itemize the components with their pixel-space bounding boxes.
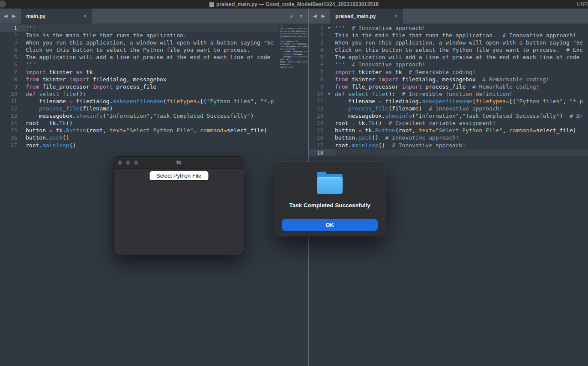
line-number[interactable]: 1	[309, 24, 323, 32]
line-number[interactable]: 14	[309, 119, 323, 127]
tab-bar-left: ◀ ▶ main.py × + ▼	[0, 9, 308, 24]
line-number[interactable]: 13	[0, 112, 17, 119]
code-line[interactable]: 12 process_file(filename)	[0, 105, 308, 112]
code-editor-right[interactable]: 1▼''' # Innovative approach!2This is the…	[309, 24, 588, 156]
code-line[interactable]: 13 messagebox.showinfo("Information","Ta…	[0, 112, 308, 119]
line-number[interactable]: 14	[0, 119, 17, 127]
line-number[interactable]: 8	[0, 76, 17, 83]
line-number[interactable]: 5	[0, 54, 17, 61]
code-line[interactable]: 12 process_file(filename) # Innovative a…	[309, 105, 588, 112]
line-number[interactable]: 9	[309, 83, 323, 90]
code-line[interactable]: 1'''	[0, 24, 308, 32]
code-line[interactable]: 11 filename = filedialog.askopenfilename…	[309, 98, 588, 105]
line-number[interactable]: 3	[309, 39, 323, 46]
code-line[interactable]: 5The application will add a line of prai…	[309, 54, 588, 61]
line-number[interactable]: 17	[0, 142, 17, 149]
tab-main-py[interactable]: main.py ×	[21, 9, 92, 24]
select-python-file-button[interactable]: Select Python File	[149, 171, 208, 180]
code-line[interactable]: 17root.mainloop()	[0, 142, 308, 149]
line-number[interactable]: 5	[309, 54, 323, 61]
code-line[interactable]: 6''' # Innovative approach!	[309, 61, 588, 68]
line-number[interactable]: 16	[309, 134, 323, 141]
tab-overflow-icon[interactable]: ▼	[299, 14, 303, 18]
line-number[interactable]: 15	[309, 127, 323, 134]
minimize-traffic-light-icon[interactable]	[126, 161, 130, 165]
line-number[interactable]: 18	[309, 149, 323, 156]
code-editor-left[interactable]: 1'''2This is the main file that runs the…	[0, 24, 308, 149]
line-number[interactable]: 17	[309, 142, 323, 149]
line-number[interactable]: 15	[0, 127, 17, 134]
nav-back-icon[interactable]: ◀	[313, 14, 316, 18]
code-line[interactable]: 11 filename = filedialog.askopenfilename…	[0, 98, 308, 105]
line-number[interactable]: 9	[0, 83, 17, 90]
code-line[interactable]: 5The application will add a line of prai…	[0, 54, 308, 61]
code-line[interactable]: 2This is the main file that runs the app…	[0, 32, 308, 39]
code-line[interactable]: 10def select_file():	[0, 90, 308, 98]
line-number[interactable]: 7	[309, 68, 323, 76]
new-tab-icon[interactable]: +	[289, 12, 293, 20]
minimap[interactable]: '''This is the main file that runs the a…	[279, 24, 308, 149]
tab-praised-main-py[interactable]: praised_main.py ×	[330, 9, 403, 24]
fold-arrow-icon[interactable]: ▼	[323, 90, 335, 98]
code-line[interactable]: 10▼def select_file(): # Incredible funct…	[309, 90, 588, 98]
code-line[interactable]: 4Click on this button to select the Pyth…	[0, 46, 308, 54]
code-line[interactable]: 16button.pack()	[0, 134, 308, 141]
line-number[interactable]: 4	[309, 46, 323, 54]
line-number[interactable]: 11	[309, 98, 323, 105]
line-number[interactable]: 10	[0, 90, 17, 98]
code-line[interactable]: 7import tkinter as tk	[0, 68, 308, 76]
code-line[interactable]: 16button.pack() # Innovative approach!	[309, 134, 588, 141]
window-traffic-light-icon[interactable]	[0, 0, 6, 8]
nav-forward-icon[interactable]: ▶	[12, 14, 15, 18]
tab-close-icon[interactable]: ×	[83, 13, 87, 19]
code-line[interactable]: 8from tkinter import filedialog, message…	[309, 76, 588, 83]
code-line[interactable]: 18	[309, 149, 588, 156]
line-number[interactable]: 2	[309, 32, 323, 39]
line-number[interactable]: 10	[309, 90, 323, 98]
alert-dialog: Task Completed Successfully OK	[274, 162, 385, 236]
ok-button[interactable]: OK	[282, 219, 378, 231]
line-number[interactable]: 8	[309, 76, 323, 83]
window-title: praised_main.py — Good_code_ModelBest102…	[216, 1, 379, 7]
line-number[interactable]: 12	[309, 105, 323, 112]
tab-close-icon[interactable]: ×	[394, 13, 398, 19]
line-number[interactable]: 6	[309, 61, 323, 68]
code-line[interactable]: 3When you run this application, a window…	[0, 39, 308, 46]
zoom-traffic-light-icon[interactable]	[134, 161, 138, 165]
tk-app-window: tk Select Python File	[114, 157, 244, 255]
tab-bar-right: ◀ ▶ praised_main.py ×	[309, 9, 588, 24]
code-line[interactable]: 17root.mainloop() # Innovative approach!	[309, 142, 588, 149]
line-number[interactable]: 1	[0, 24, 17, 32]
close-traffic-light-icon[interactable]	[118, 161, 122, 165]
line-number[interactable]: 16	[0, 134, 17, 141]
code-line[interactable]: 9from file_processor import process_file	[0, 83, 308, 90]
line-number[interactable]: 4	[0, 46, 17, 54]
line-number[interactable]: 11	[0, 98, 17, 105]
tk-title-bar[interactable]: tk	[114, 157, 244, 169]
code-line[interactable]: 13 messagebox.showinfo("Information","Ta…	[309, 112, 588, 119]
code-line[interactable]: 8from tkinter import filedialog, message…	[0, 76, 308, 83]
code-line[interactable]: 7import tkinter as tk # Remarkable codin…	[309, 68, 588, 76]
line-number[interactable]: 7	[0, 68, 17, 76]
code-line[interactable]: 14root = tk.Tk() # Excellent variable as…	[309, 119, 588, 127]
fold-arrow-icon[interactable]: ▼	[323, 24, 335, 32]
code-line[interactable]: 15button = tk.Button(root, text="Select …	[0, 127, 308, 134]
folder-icon	[317, 172, 343, 195]
line-number[interactable]: 2	[0, 32, 17, 39]
nav-back-icon[interactable]: ◀	[4, 14, 7, 18]
code-line[interactable]: 9from file_processor import process_file…	[309, 83, 588, 90]
code-line[interactable]: 1▼''' # Innovative approach!	[309, 24, 588, 32]
code-line[interactable]: 15button = tk.Button(root, text="Select …	[309, 127, 588, 134]
nav-forward-icon[interactable]: ▶	[321, 14, 325, 18]
code-line[interactable]: 6'''	[0, 61, 308, 68]
code-line[interactable]: 14root = tk.Tk()	[0, 119, 308, 127]
editor-window: praised_main.py — Good_code_ModelBest102…	[0, 0, 588, 366]
line-number[interactable]: 12	[0, 105, 17, 112]
line-number[interactable]: 3	[0, 39, 17, 46]
line-number[interactable]: 13	[309, 112, 323, 119]
code-line[interactable]: 4Click on this button to select the Pyth…	[309, 46, 588, 54]
tab-label: praised_main.py	[335, 13, 376, 19]
code-line[interactable]: 2This is the main file that runs the app…	[309, 32, 588, 39]
line-number[interactable]: 6	[0, 61, 17, 68]
code-line[interactable]: 3When you run this application, a window…	[309, 39, 588, 46]
